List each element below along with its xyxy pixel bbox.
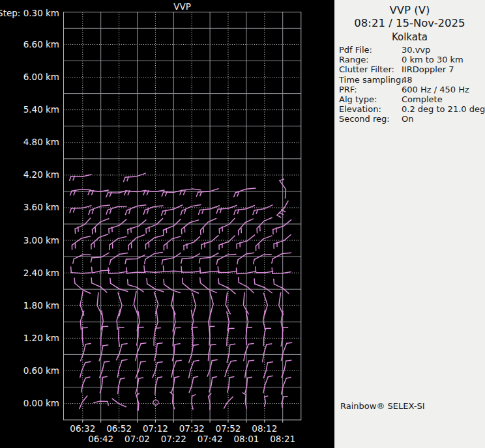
calm-wind-symbol [153,400,158,405]
wind-barb-feather [124,177,125,182]
wind-barb-feather [213,377,217,378]
wind-barb-feather [136,393,139,395]
wind-barb-feather [216,209,218,214]
wind-barb-feather [196,192,198,196]
metadata-field-row: PRF:600 Hz / 450 Hz [334,85,485,94]
x-axis-label: 08:21 [270,434,295,444]
wind-barb-feather [141,343,146,344]
wind-barb [281,343,286,361]
wind-barb [110,236,126,245]
plot-title: VVP [173,1,191,12]
wind-barb [209,327,210,345]
y-axis-label: 3.00 km [23,235,59,245]
vvp-radar-product-window: VVPStep: 0.30 km6.60 km6.00 km5.40 km4.8… [0,0,485,448]
wind-barb-feather [181,266,182,272]
wind-barb-feather [272,259,272,263]
field-label: Second reg: [339,114,390,124]
wind-barb-feather [145,259,145,264]
wind-barb [265,397,266,406]
wind-barb [80,344,85,361]
wind-barb-feather [236,268,237,274]
wind-barb-feather [183,190,185,194]
wind-barb [227,329,229,346]
wind-barb-feather [74,278,75,283]
wind-barb-feather [106,193,108,197]
wind-barb-feather [199,210,200,215]
wind-barb [189,361,194,378]
wind-barb-feather [103,376,108,377]
wind-barb [145,235,163,244]
wind-barb-feather [254,279,255,284]
wind-barb [243,292,248,314]
x-axis-label: 06:42 [88,434,113,444]
wind-barb [72,189,91,191]
field-value: On [402,114,413,124]
wind-barb-feather [175,376,179,377]
wind-barb [127,205,146,210]
wind-barb-feather [162,211,163,216]
wind-barb-feather [91,278,92,283]
x-axis-label: 07:12 [143,423,168,434]
wind-barb [189,345,194,362]
field-value: 30.vvp [402,45,430,55]
field-label: Elevation: [339,104,381,114]
wind-barb-feather [268,376,272,376]
wind-barb-feather [157,362,162,363]
wind-barb [218,271,237,272]
wind-barb [263,363,267,378]
y-axis-label: 6.60 km [23,39,59,49]
wind-barb [126,255,145,259]
wind-barb [219,218,235,229]
wind-barb-feather [108,402,109,406]
wind-barb [164,236,180,245]
wind-barb [154,344,157,361]
metadata-field-row: Time sampling:48 [334,75,485,85]
wind-barb [108,206,126,210]
wind-barb [200,283,216,292]
wind-barb-feather [121,378,125,379]
wind-barb-feather [163,266,164,272]
wind-barb-feather [247,377,252,378]
wind-barb [181,220,198,229]
x-axis-label: 07:52 [216,423,241,434]
wind-barb [100,378,102,393]
wind-barb-feather [248,343,254,344]
wind-barb-feather [125,259,126,264]
wind-barb [218,255,236,260]
field-label: Time sampling: [339,75,404,85]
wind-barb-feather [267,344,272,344]
wind-barb [117,309,120,329]
wind-barb-feather [141,361,146,362]
wind-barb-feather [162,192,164,196]
field-value: 0 km to 30 km [402,55,463,64]
wind-barb [81,378,86,392]
x-axis-label: 06:32 [70,423,95,434]
wind-barb-feather [92,209,93,214]
x-axis-label: 06:52 [106,423,132,434]
wind-barb-feather [147,279,147,284]
wind-barb [235,205,254,210]
wind-barb-feather [200,267,201,273]
wind-barb-feather [249,360,254,361]
wind-barb [239,219,254,231]
wind-profile-plot: VVPStep: 0.30 km6.60 km6.00 km5.40 km4.8… [0,0,334,448]
wind-barb [282,378,287,394]
wind-barb-feather [284,397,287,397]
wind-barb [218,205,237,209]
wind-barb-feather [231,361,236,361]
wind-barb-feather [194,344,199,345]
y-axis-label: 4.80 km [23,137,59,147]
metadata-field-row: Second reg:On [334,114,485,124]
wind-barb-feather [181,210,182,215]
field-label: Pdf File: [339,45,372,55]
wind-barb-feather [212,360,217,361]
wind-barb-feather [89,210,90,215]
field-label: Range: [339,55,369,64]
wind-barb-feather [176,360,181,361]
wind-barb-feather [110,209,111,214]
wind-barb [119,328,120,346]
y-axis-label: 3.60 km [23,202,59,212]
wind-barb [127,272,145,273]
wind-barb-feather [256,267,256,273]
wind-barb [108,191,127,193]
